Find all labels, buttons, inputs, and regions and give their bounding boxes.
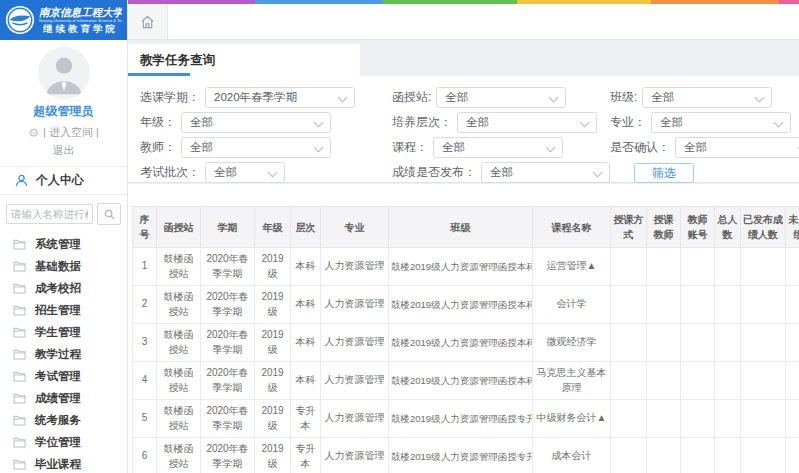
table-cell: 鼓楼2019级人力资源管理函授专升本 bbox=[389, 438, 533, 473]
sidebar-menu-item-label: 统考服务 bbox=[35, 413, 81, 428]
filter-field-label: 教师： bbox=[140, 139, 176, 156]
filter-select-value: 全部 bbox=[445, 90, 468, 105]
university-name-en: Nanjing University of Information Scienc… bbox=[39, 18, 122, 23]
table-cell: 鼓楼2019级人力资源管理函授专升本 bbox=[389, 400, 533, 438]
table-cell: 6 bbox=[133, 438, 157, 473]
filter-select-value: 全部 bbox=[684, 140, 707, 155]
filter-field-label: 年级： bbox=[140, 114, 176, 131]
filter-select[interactable]: 全部 bbox=[457, 112, 597, 133]
filter-field-label: 考试批次： bbox=[140, 164, 200, 181]
university-emblem-icon bbox=[5, 5, 35, 35]
search-button[interactable] bbox=[97, 203, 121, 225]
folder-icon bbox=[13, 327, 26, 338]
gear-icon[interactable]: ⚙ bbox=[28, 127, 39, 139]
table-cell: 1 bbox=[133, 248, 157, 286]
sidebar-menu-item[interactable]: 毕业课程 bbox=[0, 453, 127, 473]
table-cell bbox=[681, 400, 715, 438]
table-header-cell: 授课教师 bbox=[647, 207, 681, 248]
folder-icon bbox=[13, 437, 26, 448]
filter-select[interactable]: 全部 bbox=[433, 137, 563, 158]
table-cell: 鼓楼函授站 bbox=[157, 438, 201, 473]
table-cell bbox=[741, 362, 786, 400]
search-icon bbox=[104, 209, 115, 220]
table-cell bbox=[741, 438, 786, 473]
table-cell: 人力资源管理 bbox=[321, 286, 389, 324]
table-cell bbox=[647, 438, 681, 473]
filter-select[interactable]: 2020年春季学期 bbox=[205, 87, 355, 108]
results-table: 序号函授站学期年级层次专业班级课程名称授课方式授课教师教师账号总人数已发布成绩人… bbox=[132, 206, 799, 473]
table-cell: 鼓楼2019级人力资源管理函授本科 bbox=[389, 324, 533, 362]
filter-field-label: 专业： bbox=[610, 114, 646, 131]
filter-select-value: 全部 bbox=[214, 165, 237, 180]
chevron-down-icon bbox=[580, 118, 590, 128]
table-cell: 4 bbox=[133, 362, 157, 400]
sidebar-menu-item[interactable]: 招生管理 bbox=[0, 299, 127, 321]
table-cell: 2020年春季学期 bbox=[201, 438, 255, 473]
chevron-down-icon bbox=[338, 93, 348, 103]
logout-link[interactable]: 退出 bbox=[53, 144, 75, 156]
folder-icon bbox=[13, 261, 26, 272]
table-cell: 2019级 bbox=[255, 324, 291, 362]
sidebar-menu-item[interactable]: 系统管理 bbox=[0, 233, 127, 255]
sidebar-menu-item[interactable]: 考试管理 bbox=[0, 365, 127, 387]
sidebar-menu-item-label: 学位管理 bbox=[35, 435, 81, 450]
table-cell bbox=[611, 248, 647, 286]
table-cell bbox=[741, 248, 786, 286]
filter-select[interactable]: 全部 bbox=[436, 87, 566, 108]
filter-field: 年级： 全部 bbox=[140, 112, 392, 133]
table-header-cell: 层次 bbox=[291, 207, 321, 248]
enter-space-link[interactable]: | 进入空间 | bbox=[43, 125, 99, 140]
table-cell bbox=[681, 248, 715, 286]
results-table-panel: 序号函授站学期年级层次专业班级课程名称授课方式授课教师教师账号总人数已发布成绩人… bbox=[128, 184, 799, 473]
sidebar-menu-item[interactable]: 统考服务 bbox=[0, 409, 127, 431]
personal-center-item[interactable]: 个人中心 bbox=[0, 166, 127, 195]
filter-select[interactable]: 全部 bbox=[181, 137, 331, 158]
table-header-cell: 教师账号 bbox=[681, 207, 715, 248]
sidebar-menu-item[interactable]: 基础数据 bbox=[0, 255, 127, 277]
filter-select[interactable]: 全部 bbox=[651, 112, 791, 133]
sidebar-search-input[interactable] bbox=[6, 204, 93, 224]
filter-select[interactable]: 全部 bbox=[642, 87, 772, 108]
chevron-down-icon bbox=[593, 168, 603, 178]
table-row: 4鼓楼函授站2020年春季学期2019级本科人力资源管理鼓楼2019级人力资源管… bbox=[133, 362, 799, 400]
table-cell bbox=[786, 438, 799, 473]
sidebar: 南京信息工程大学 Nanjing University of Informati… bbox=[0, 0, 128, 473]
table-header-cell: 已发布成绩人数 bbox=[741, 207, 786, 248]
table-row: 6鼓楼函授站2020年春季学期2019级专升本人力资源管理鼓楼2019级人力资源… bbox=[133, 438, 799, 473]
table-cell: 2019级 bbox=[255, 400, 291, 438]
sidebar-menu-item[interactable]: 学位管理 bbox=[0, 431, 127, 453]
table-cell: 鼓楼函授站 bbox=[157, 286, 201, 324]
filter-field-label: 培养层次： bbox=[392, 114, 452, 131]
page-tab-teaching-task-query[interactable]: 教学任务查询 bbox=[128, 44, 360, 76]
table-cell: 2020年春季学期 bbox=[201, 362, 255, 400]
sidebar-menu-item[interactable]: 教学过程 bbox=[0, 343, 127, 365]
table-cell bbox=[647, 400, 681, 438]
personal-center-label: 个人中心 bbox=[36, 172, 84, 189]
filter-field: 专业： 全部 bbox=[610, 112, 799, 133]
filter-field: 培养层次： 全部 bbox=[392, 112, 610, 133]
table-cell: 2019级 bbox=[255, 362, 291, 400]
sidebar-menu-item[interactable]: 学生管理 bbox=[0, 321, 127, 343]
table-cell bbox=[715, 362, 741, 400]
filter-submit-button[interactable]: 筛选 bbox=[634, 163, 694, 183]
folder-icon bbox=[13, 459, 26, 470]
sidebar-menu-item[interactable]: 成绩管理 bbox=[0, 387, 127, 409]
filter-select[interactable]: 全部 bbox=[675, 137, 799, 158]
table-cell: 鼓楼函授站 bbox=[157, 362, 201, 400]
filter-select-value: 全部 bbox=[466, 115, 489, 130]
filter-select[interactable]: 全部 bbox=[481, 162, 610, 183]
home-tab[interactable] bbox=[128, 4, 168, 39]
table-cell bbox=[741, 286, 786, 324]
table-header-cell: 学期 bbox=[201, 207, 255, 248]
table-cell: 3 bbox=[133, 324, 157, 362]
table-cell: 2020年春季学期 bbox=[201, 248, 255, 286]
table-cell bbox=[786, 286, 799, 324]
sidebar-menu-item[interactable]: 成考校招 bbox=[0, 277, 127, 299]
table-cell bbox=[786, 362, 799, 400]
filter-select[interactable]: 全部 bbox=[181, 112, 331, 133]
table-cell: 鼓楼函授站 bbox=[157, 324, 201, 362]
table-cell bbox=[715, 248, 741, 286]
filter-select[interactable]: 全部 bbox=[205, 162, 285, 183]
table-cell: 2019级 bbox=[255, 248, 291, 286]
sidebar-menu-item-label: 考试管理 bbox=[35, 369, 81, 384]
